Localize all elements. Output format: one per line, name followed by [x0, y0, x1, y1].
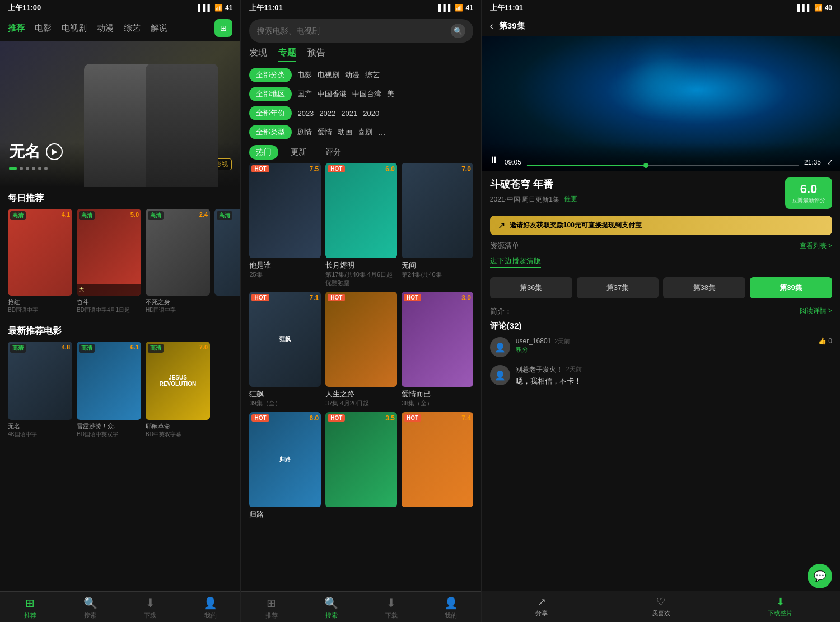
filter-tag-region[interactable]: 全部地区: [249, 87, 292, 101]
pause-button[interactable]: ⏸: [489, 155, 499, 166]
stream-button[interactable]: 边下边播超清版: [490, 256, 541, 268]
filter-tag-year[interactable]: 全部年份: [249, 106, 292, 120]
filter-opt-anime[interactable]: 动漫: [345, 70, 360, 80]
content-card-2-2[interactable]: HOT 7.4: [402, 412, 473, 520]
filter-opt-comedy[interactable]: 喜剧: [358, 127, 372, 137]
daily-movie-3[interactable]: 高清: [214, 209, 240, 314]
filter-tag-type[interactable]: 全部类型: [249, 125, 292, 139]
search-label-p2: 搜索: [325, 611, 338, 620]
filter-opt-us[interactable]: 美: [387, 89, 394, 99]
tab-recommend-p2[interactable]: ⊞ 推荐: [241, 596, 301, 620]
video-player[interactable]: ⏸ 09:05 21:35 ⤢: [482, 36, 840, 171]
filter-opt-tv[interactable]: 电视剧: [318, 70, 339, 80]
show-meta: 2021·中国·周日更新1集: [490, 195, 559, 204]
content-card-1-1[interactable]: HOT 人生之路 37集 4月20日起: [325, 292, 397, 408]
comment-like-0[interactable]: 👍 0: [818, 337, 832, 345]
daily-sub-1: BD国语中字4月1日起: [77, 306, 141, 314]
person-shape-2: [146, 64, 218, 187]
update-button[interactable]: 催更: [564, 194, 577, 204]
hot-tab-rating[interactable]: 评分: [319, 145, 348, 160]
content-card-0-0[interactable]: HOT 7.5 他是谁 25集: [249, 163, 321, 287]
grid-menu-button[interactable]: ⊞: [214, 19, 232, 37]
daily-title-1: 奋斗: [77, 298, 141, 306]
search-submit-button[interactable]: 🔍: [451, 24, 465, 38]
filter-opt-animation[interactable]: 动画: [338, 127, 352, 137]
content-title-0-0: 他是谁: [249, 260, 321, 270]
filter-opt-2021[interactable]: 2021: [341, 109, 357, 118]
comment-body-1: 别惹老子发火！ 2天前 嗯，我相信，不卡！: [516, 365, 832, 386]
hot-tab-new[interactable]: 更新: [284, 145, 313, 160]
comment-float-button[interactable]: 💬: [808, 564, 832, 588]
share-button[interactable]: ↗ 分享: [482, 591, 601, 622]
nav-anime[interactable]: 动漫: [97, 23, 114, 34]
tab-download-p1[interactable]: ⬇ 下载: [120, 596, 180, 620]
invite-banner[interactable]: ↗ 邀请好友获取奖励100元可直接提现到支付宝: [490, 216, 832, 235]
content-card-2-1[interactable]: HOT 3.5: [325, 412, 397, 520]
new-thumb-0: 高清 4.8: [8, 342, 72, 420]
daily-movie-0[interactable]: 高清 4.1 抢红 BD国语中字: [8, 209, 72, 314]
filter-opt-2020[interactable]: 2020: [363, 109, 379, 118]
nav-recommend[interactable]: 推荐: [8, 23, 25, 34]
nav-tv[interactable]: 电视剧: [62, 23, 87, 34]
filter-row-type: 全部类型 剧情 爱情 动画 喜剧 …: [249, 125, 473, 139]
tab-profile-p2[interactable]: 👤 我的: [421, 596, 481, 620]
progress-handle[interactable]: [643, 163, 648, 168]
filter-opt-movie[interactable]: 电影: [297, 70, 312, 80]
new-badge-1: 高清: [79, 344, 95, 353]
content-card-2-0[interactable]: HOT 6.0 归路 归路: [249, 412, 321, 520]
nav-commentary[interactable]: 解说: [151, 23, 167, 34]
new-movie-0[interactable]: 高清 4.8 无名 4K国语中字: [8, 342, 72, 438]
tab-download-p2[interactable]: ⬇ 下载: [361, 596, 421, 620]
hero-banner[interactable]: 无名 ▶ P 月片影视: [0, 41, 240, 187]
content-thumb-1-1: HOT: [325, 292, 397, 387]
filter-opt-2023[interactable]: 2023: [297, 109, 314, 118]
content-card-1-0[interactable]: HOT 7.1 狂飙 狂飙 39集（全）: [249, 292, 321, 408]
nav-movie[interactable]: 电影: [35, 23, 52, 34]
search-box[interactable]: 🔍: [249, 19, 473, 43]
new-movie-2[interactable]: 高清 7.0 JESUSREVOLUTION 耶稣革命 BD中英双字幕: [146, 342, 210, 438]
content-card-1-2[interactable]: HOT 3.0 爱情而已 38集（全）: [402, 292, 473, 408]
show-info: 斗破苍穹 年番 2021·中国·周日更新1集 催更 6.0 豆瓣最新评分: [482, 171, 840, 213]
filter-opt-domestic[interactable]: 国产: [297, 89, 312, 99]
tab-discover[interactable]: 发现: [249, 47, 267, 62]
new-movie-1[interactable]: 高清 6.1 雷霆沙赞！众... BD国语中英双字: [77, 342, 141, 438]
episode-39[interactable]: 第39集: [750, 277, 832, 298]
content-card-0-1[interactable]: HOT 6.0 长月烬明 第17集/共40集 4月6日起 优酷独播: [325, 163, 397, 287]
tab-recommend-p1[interactable]: ⊞ 推荐: [0, 596, 60, 620]
like-button[interactable]: ♡ 我喜欢: [601, 591, 721, 622]
filter-opt-variety[interactable]: 综艺: [365, 70, 380, 80]
filter-tag-category[interactable]: 全部分类: [249, 68, 292, 82]
tab-trailer[interactable]: 预告: [307, 47, 325, 62]
back-button[interactable]: ‹: [490, 20, 493, 32]
filter-opt-2022[interactable]: 2022: [319, 109, 335, 118]
content-card-0-2[interactable]: 7.0 无间 第24集/共40集: [402, 163, 473, 287]
filter-opt-more[interactable]: …: [378, 128, 385, 137]
search-input[interactable]: [257, 26, 446, 35]
tab-search-p1[interactable]: 🔍 搜索: [60, 596, 120, 620]
episode-36[interactable]: 第36集: [490, 277, 572, 298]
daily-movie-1[interactable]: 高清 5.0 大 奋斗 BD国语中字4月1日起: [77, 209, 141, 314]
resource-link[interactable]: 查看列表 >: [800, 241, 832, 251]
comment-header-row-0: user_16801 2天前 👍 0: [516, 337, 832, 345]
filter-opt-romance[interactable]: 爱情: [318, 127, 332, 137]
desc-link[interactable]: 阅读详情 >: [800, 306, 832, 316]
progress-bar[interactable]: [527, 165, 799, 166]
nav-variety[interactable]: 综艺: [124, 23, 141, 34]
content-sub-1-2: 38集（全）: [402, 399, 473, 408]
daily-movie-2[interactable]: 高清 2.4 不死之身 HD国语中字: [146, 209, 210, 314]
tab-profile-p1[interactable]: 👤 我的: [180, 596, 240, 620]
tab-search-p2[interactable]: 🔍 搜索: [301, 596, 361, 620]
filter-opt-hk[interactable]: 中国香港: [318, 89, 347, 99]
filter-opt-drama[interactable]: 剧情: [297, 127, 312, 137]
daily-badge-1: 高清: [79, 211, 95, 220]
hot-tab-popular[interactable]: 热门: [249, 145, 278, 160]
filter-opt-tw[interactable]: 中国台湾: [352, 89, 381, 99]
status-icons-p1: ▌▌▌ 📶 41: [198, 4, 233, 12]
tab-topic[interactable]: 专题: [278, 47, 296, 62]
download-full-button[interactable]: ⬇ 下载整片: [721, 591, 840, 622]
comments-section: 评论(32) 👤 user_16801 2天前 👍 0 积分 👤 别惹老子发火！…: [482, 321, 840, 591]
fullscreen-button[interactable]: ⤢: [827, 157, 833, 166]
episode-38[interactable]: 第38集: [663, 277, 745, 298]
episode-37[interactable]: 第37集: [577, 277, 659, 298]
hero-play-button[interactable]: ▶: [46, 143, 63, 160]
